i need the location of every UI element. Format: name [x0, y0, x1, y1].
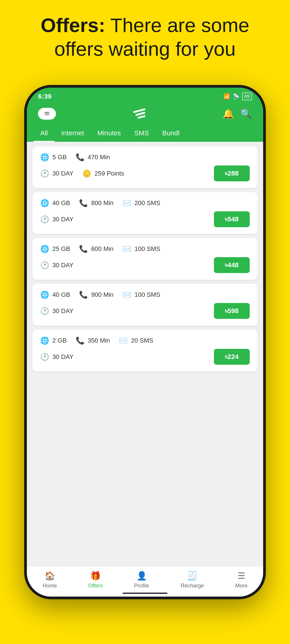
offer-duration-3: 🕐 30 DAY: [40, 261, 73, 270]
recharge-icon: 🧾: [187, 571, 198, 581]
clock-icon-5: 🕐: [40, 353, 49, 361]
home-icon: 🏠: [45, 571, 55, 581]
recharge-label: Recharge: [181, 582, 204, 589]
sms-icon-4: ✉️: [122, 290, 131, 299]
search-icon[interactable]: 🔍: [240, 108, 252, 119]
buy-button-5[interactable]: ৳224: [214, 349, 250, 365]
phone-icon-1: 📞: [76, 153, 85, 162]
more-label: More: [235, 582, 247, 589]
nav-action-icons: 🔔 🔍: [222, 108, 252, 119]
profile-label: Profile: [134, 582, 149, 589]
offer-card-5: 🌐 2 GB 📞 350 Min ✉️ 20 SMS: [33, 330, 257, 372]
page-background: Offers: There are some offers waiting fo…: [0, 0, 290, 644]
sms-icon-3: ✉️: [122, 245, 131, 253]
buy-button-1[interactable]: ৳288: [214, 166, 250, 181]
phone-icon-4: 📞: [79, 290, 88, 299]
status-bar: 6:39 📶 📡 69: [27, 88, 263, 103]
tab-minutes[interactable]: Minutes: [91, 125, 128, 142]
offer-internet-3: 🌐 25 GB: [40, 245, 70, 253]
nav-more[interactable]: ☰ More: [235, 571, 247, 589]
more-icon: ☰: [238, 571, 245, 581]
offer-minutes-4: 📞 900 Min: [79, 290, 113, 299]
tab-internet[interactable]: Internet: [54, 125, 91, 142]
page-header: Offers: There are some offers waiting fo…: [0, 0, 290, 67]
home-label: Home: [43, 582, 57, 589]
wifi-icon: 📶: [223, 93, 230, 100]
buy-button-2[interactable]: ৳548: [214, 211, 250, 227]
globe-icon-1: 🌐: [40, 153, 49, 162]
offers-label: Offers: [88, 582, 103, 589]
offer-sms-3: ✉️ 100 SMS: [122, 245, 160, 253]
offer-sms-2: ✉️ 200 SMS: [122, 199, 160, 207]
clock-icon-3: 🕐: [40, 261, 49, 270]
offer-sms-5: ✉️ 20 SMS: [119, 336, 153, 345]
lang-toggle[interactable]: বাং: [38, 108, 56, 120]
offer-sms-4: ✉️ 100 SMS: [122, 290, 160, 299]
tab-sms[interactable]: SMS: [128, 125, 156, 142]
sms-icon-2: ✉️: [122, 199, 131, 207]
tab-bundle[interactable]: Bundl: [156, 125, 186, 142]
globe-icon-2: 🌐: [40, 199, 49, 207]
nav-offers[interactable]: 🎁 Offers: [88, 571, 103, 589]
phone-icon-2: 📞: [79, 199, 88, 207]
buy-button-4[interactable]: ৳598: [214, 303, 250, 319]
top-nav: বাং 🔔 🔍: [27, 103, 263, 125]
offer-card-2: 🌐 40 GB 📞 800 Min ✉️ 200 SMS: [33, 192, 257, 234]
app-logo: [133, 110, 145, 118]
offer-card-4: 🌐 40 GB 📞 900 Min ✉️ 100 SMS: [33, 284, 257, 326]
battery-icon: 69: [242, 92, 252, 100]
offers-icon: 🎁: [90, 571, 101, 581]
sms-icon-5: ✉️: [119, 336, 128, 345]
status-time: 6:39: [38, 92, 52, 100]
nav-home[interactable]: 🏠 Home: [43, 571, 57, 589]
phone-screen: 6:39 📶 📡 69 বাং: [27, 88, 263, 596]
offers-list: 🌐 5 GB 📞 470 Min 🕐 30 DAY: [27, 142, 263, 582]
notification-icon[interactable]: 🔔: [222, 108, 234, 119]
status-icons: 📶 📡 69: [223, 92, 252, 100]
phone-icon-5: 📞: [76, 336, 85, 345]
globe-icon-5: 🌐: [40, 336, 49, 345]
offer-internet-1: 🌐 5 GB: [40, 153, 67, 162]
profile-icon: 👤: [137, 571, 147, 581]
header-bold: Offers:: [41, 14, 105, 36]
offer-card-1: 🌐 5 GB 📞 470 Min 🕐 30 DAY: [33, 146, 257, 188]
globe-icon-3: 🌐: [40, 245, 49, 253]
clock-icon-1: 🕐: [40, 169, 49, 178]
phone-icon-3: 📞: [79, 245, 88, 253]
offer-duration-2: 🕐 30 DAY: [40, 215, 73, 224]
offer-internet-2: 🌐 40 GB: [40, 199, 70, 207]
points-icon-1: 🪙: [82, 169, 91, 178]
offer-duration-4: 🕐 30 DAY: [40, 307, 73, 315]
offer-internet-4: 🌐 40 GB: [40, 290, 70, 299]
offer-minutes-5: 📞 350 Min: [76, 336, 110, 345]
offer-points-1: 🪙 259 Points: [82, 169, 124, 178]
offer-duration-1: 🕐 30 DAY: [40, 169, 73, 178]
clock-icon-2: 🕐: [40, 215, 49, 224]
offer-minutes-3: 📞 600 Min: [79, 245, 113, 253]
buy-button-3[interactable]: ৳448: [214, 257, 250, 273]
tabs-bar: All Internet Minutes SMS Bundl: [27, 125, 263, 142]
tab-all[interactable]: All: [34, 125, 54, 142]
nav-profile[interactable]: 👤 Profile: [134, 571, 149, 589]
offer-minutes-1: 📞 470 Min: [76, 153, 110, 162]
offer-minutes-2: 📞 800 Min: [79, 199, 113, 207]
clock-icon-4: 🕐: [40, 307, 49, 315]
offer-card-3: 🌐 25 GB 📞 600 Min ✉️ 100 SMS: [33, 238, 257, 280]
phone-frame: 6:39 📶 📡 69 বাং: [24, 85, 266, 599]
nav-recharge[interactable]: 🧾 Recharge: [181, 571, 204, 589]
offer-duration-5: 🕐 30 DAY: [40, 353, 73, 361]
offer-internet-5: 🌐 2 GB: [40, 336, 67, 345]
globe-icon-4: 🌐: [40, 290, 49, 299]
home-indicator: [123, 592, 167, 594]
bottom-nav: 🏠 Home 🎁 Offers 👤 Profile 🧾 Recharge ☰: [27, 566, 263, 596]
signal-icon: 📡: [233, 93, 239, 100]
